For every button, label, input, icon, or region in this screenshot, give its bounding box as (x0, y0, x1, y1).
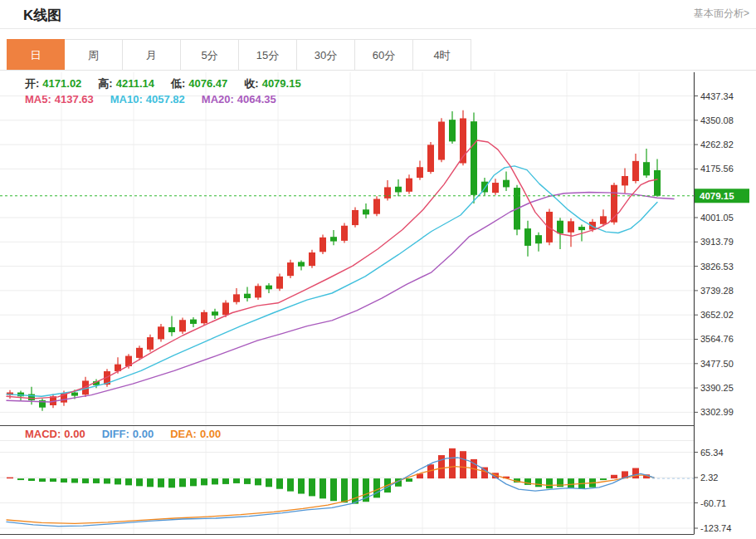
svg-text:2.32: 2.32 (700, 473, 718, 483)
svg-text:3826.53: 3826.53 (700, 262, 734, 272)
svg-text:-123.74: -123.74 (700, 523, 731, 533)
ohlc-info-row: 开:4171.02高:4211.14低:4076.47收:4079.15 (25, 76, 318, 91)
svg-text:3302.99: 3302.99 (700, 407, 734, 417)
ma-item: MA5:4137.63 (25, 93, 97, 105)
ma10-line (7, 166, 657, 396)
tab-30分[interactable]: 30分 (297, 39, 355, 70)
ma-item: MA20:4064.35 (202, 93, 280, 105)
svg-text:4437.34: 4437.34 (700, 91, 734, 101)
timeframe-tabbar: 日周月5分15分30分60分4时 (0, 39, 756, 71)
svg-text:4001.05: 4001.05 (700, 213, 734, 223)
page-title: K线图 (23, 6, 61, 25)
timeframe-tabs: 日周月5分15分30分60分4时 (7, 39, 471, 70)
header-divider (0, 28, 756, 29)
tab-60分[interactable]: 60分 (355, 39, 413, 70)
ma20-line (7, 193, 674, 403)
macd-info-row: MACD:0.00DIFF:0.00DEA:0.00 (25, 428, 237, 440)
ohlc-item: 开:4171.02 (25, 77, 85, 90)
svg-text:4262.82: 4262.82 (700, 140, 734, 149)
macd-legend-item: DIFF:0.00 (102, 428, 158, 440)
ma-item: MA10:4057.82 (110, 93, 188, 105)
macd-legend-item: DEA:0.00 (170, 428, 224, 440)
svg-text:4079.15: 4079.15 (700, 191, 734, 201)
ohlc-item: 高:4211.14 (98, 77, 158, 90)
svg-text:3477.50: 3477.50 (700, 359, 734, 369)
svg-text:3739.28: 3739.28 (700, 286, 734, 296)
macd-axis-labels: 65.342.32-60.71-123.74 (694, 448, 731, 533)
y-axis-labels: 4437.344350.084262.824175.564001.053913.… (694, 91, 734, 418)
grid-layer (0, 72, 694, 535)
fundamental-analysis-link[interactable]: 基本面分析> (694, 7, 749, 21)
svg-text:3564.76: 3564.76 (700, 334, 734, 344)
tab-4时[interactable]: 4时 (413, 39, 471, 70)
ma-info-row: MA5:4137.63MA10:4057.82MA20:4064.35 (25, 93, 293, 105)
tab-5分[interactable]: 5分 (181, 39, 239, 70)
axis-layer (0, 72, 695, 535)
tab-周[interactable]: 周 (65, 39, 123, 70)
ohlc-item: 低:4076.47 (171, 77, 231, 90)
candles-layer (7, 110, 661, 411)
dea-line (7, 467, 654, 524)
ma5-line (7, 140, 657, 399)
svg-text:-60.71: -60.71 (700, 498, 726, 508)
diff-line (7, 458, 654, 527)
svg-text:3652.02: 3652.02 (700, 310, 734, 320)
svg-text:4350.08: 4350.08 (700, 115, 734, 125)
kline-page: K线图 基本面分析> 日周月5分15分30分60分4时 开:4171.02高:4… (0, 0, 756, 539)
svg-text:4175.56: 4175.56 (700, 164, 734, 174)
svg-text:65.34: 65.34 (700, 448, 724, 458)
tab-日[interactable]: 日 (7, 39, 65, 70)
svg-text:3913.79: 3913.79 (700, 237, 734, 247)
macd-hist-layer (7, 448, 650, 504)
ohlc-item: 收:4079.15 (244, 77, 304, 90)
current-price-badge: 4079.15 (695, 189, 749, 203)
macd-legend-item: MACD:0.00 (25, 428, 89, 440)
svg-text:3390.25: 3390.25 (700, 383, 734, 393)
tab-月[interactable]: 月 (123, 39, 181, 70)
tab-15分[interactable]: 15分 (239, 39, 297, 70)
